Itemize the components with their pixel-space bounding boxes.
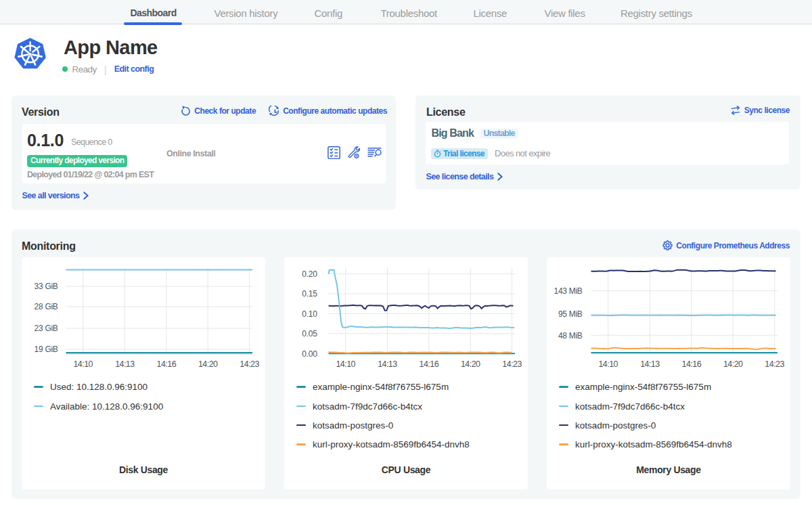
svg-text:19 GiB: 19 GiB [35, 345, 58, 354]
svg-text:14:10: 14:10 [336, 359, 355, 369]
svg-text:14:16: 14:16 [157, 359, 177, 369]
svg-text:14:23: 14:23 [502, 359, 522, 369]
svg-text:48 MiB: 48 MiB [558, 331, 583, 341]
svg-text:14:10: 14:10 [73, 359, 93, 369]
svg-text:14:20: 14:20 [461, 359, 480, 369]
svg-text:0.00: 0.00 [302, 349, 317, 359]
svg-text:0.15: 0.15 [302, 289, 317, 299]
svg-text:14:13: 14:13 [640, 359, 660, 369]
svg-text:0.10: 0.10 [302, 309, 317, 319]
svg-text:23 GiB: 23 GiB [35, 324, 58, 333]
svg-text:14:20: 14:20 [723, 359, 743, 369]
svg-text:33 GiB: 33 GiB [35, 282, 58, 291]
svg-text:14:20: 14:20 [198, 359, 218, 369]
svg-text:14:10: 14:10 [598, 359, 618, 369]
svg-text:14:23: 14:23 [240, 359, 259, 369]
svg-text:14:16: 14:16 [420, 359, 439, 369]
svg-text:28 GiB: 28 GiB [35, 302, 58, 311]
svg-text:14:23: 14:23 [765, 359, 784, 369]
svg-text:143 MiB: 143 MiB [554, 286, 583, 296]
svg-text:95 MiB: 95 MiB [558, 309, 583, 319]
svg-text:0.20: 0.20 [302, 269, 317, 279]
svg-text:14:13: 14:13 [378, 359, 397, 369]
svg-text:14:16: 14:16 [682, 359, 702, 369]
svg-text:14:13: 14:13 [115, 359, 135, 369]
svg-text:0.05: 0.05 [302, 329, 317, 338]
